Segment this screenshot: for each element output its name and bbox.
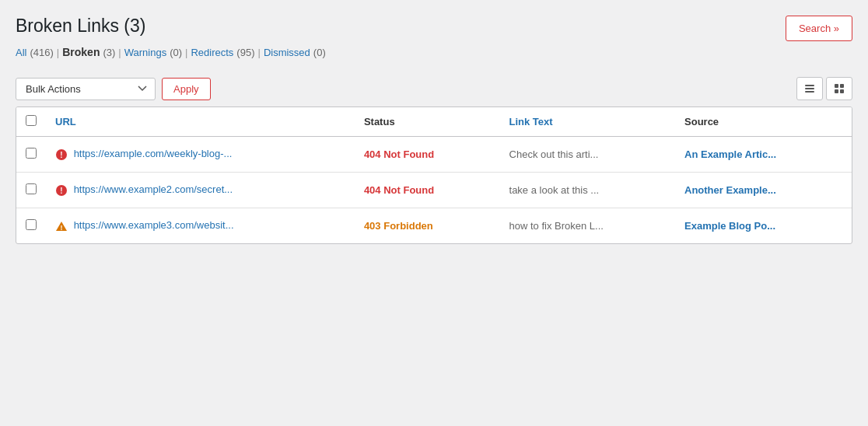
svg-rect-2 [805,91,814,93]
row-status: 403 Forbidden [364,220,433,232]
col-url-header: URL [46,107,355,137]
links-table-wrap: URL Status Link Text Source ! https://ex… [16,106,852,244]
filter-broken-count: (3) [103,47,115,58]
list-view-icon [803,82,816,95]
apply-button[interactable]: Apply [162,78,211,100]
svg-rect-0 [805,85,814,86]
page-container: Broken Links (3) All (416) | Broken (3) … [16,16,852,244]
row-url-link[interactable]: https://www.example3.com/websit... [74,219,234,231]
svg-text:!: ! [61,224,63,232]
error-icon: ! [55,184,68,197]
svg-text:!: ! [60,151,62,159]
row-source-cell: An Example Artic... [675,137,852,173]
header-row: Broken Links (3) All (416) | Broken (3) … [16,16,852,69]
row-checkbox-cell [16,173,46,208]
row-source-cell: Example Blog Po... [675,208,852,244]
links-table: URL Status Link Text Source ! https://ex… [16,107,852,243]
filter-dismissed-count: (0) [313,47,326,58]
row-url-cell: ! https://example.com/weekly-blog-... [46,137,355,173]
filter-dismissed[interactable]: Dismissed [264,47,310,58]
row-source-link[interactable]: Another Example... [684,184,776,196]
col-check-header [16,107,46,137]
table-row: ! https://www.example3.com/websit... 403… [16,208,852,244]
svg-text:!: ! [60,187,62,195]
row-checkbox-cell [16,137,46,173]
row-source-link[interactable]: Example Blog Po... [684,220,775,232]
row-status: 404 Not Found [364,148,434,160]
filter-warnings-count: (0) [170,47,182,58]
row-linktext-cell: take a look at this ... [500,173,675,208]
filter-bar: All (416) | Broken (3) | Warnings (0) | … [16,46,326,58]
filter-broken-active: Broken [62,46,100,58]
search-button[interactable]: Search » [786,16,852,41]
error-icon: ! [55,148,68,161]
col-linktext-header: Link Text [500,107,675,137]
page-title: Broken Links (3) [16,16,326,37]
row-url-link[interactable]: https://example.com/weekly-blog-... [74,148,233,159]
warning-icon: ! [55,220,68,232]
svg-rect-3 [835,84,838,88]
page-title-wrap: Broken Links (3) All (416) | Broken (3) … [16,16,326,69]
row-url-cell: ! https://www.example2.com/secret... [46,173,355,208]
row-checkbox-1[interactable] [26,183,37,194]
filter-redirects[interactable]: Redirects [191,47,233,58]
table-header-row: URL Status Link Text Source [16,107,852,137]
view-icons [796,77,852,100]
col-status-header: Status [355,107,500,137]
table-row: ! https://www.example2.com/secret... 404… [16,173,852,208]
col-source-header: Source [675,107,852,137]
filter-all[interactable]: All [16,47,26,58]
row-source-link[interactable]: An Example Artic... [684,148,776,160]
filter-all-count: (416) [30,47,53,58]
select-all-checkbox[interactable] [26,115,37,126]
svg-rect-4 [840,84,844,88]
row-checkbox-cell [16,208,46,244]
row-url-link[interactable]: https://www.example2.com/secret... [74,183,233,195]
svg-rect-6 [840,89,844,93]
row-source-cell: Another Example... [675,173,852,208]
filter-redirects-count: (95) [236,47,254,58]
row-linktext-cell: how to fix Broken L... [500,208,675,244]
grid-view-button[interactable] [826,77,852,100]
table-body: ! https://example.com/weekly-blog-... 40… [16,137,852,244]
row-status-cell: 404 Not Found [355,137,500,173]
table-row: ! https://example.com/weekly-blog-... 40… [16,137,852,173]
row-url-cell: ! https://www.example3.com/websit... [46,208,355,244]
row-linktext-cell: Check out this arti... [500,137,675,173]
row-status-cell: 403 Forbidden [355,208,500,244]
svg-rect-1 [805,88,814,89]
row-status: 404 Not Found [364,184,434,196]
row-checkbox-2[interactable] [26,219,37,230]
toolbar: Bulk Actions Apply [16,77,852,100]
toolbar-left: Bulk Actions Apply [16,78,211,100]
filter-warnings[interactable]: Warnings [124,47,166,58]
grid-view-icon [833,82,845,95]
row-checkbox-0[interactable] [26,148,37,159]
row-status-cell: 404 Not Found [355,173,500,208]
list-view-button[interactable] [796,77,823,100]
svg-rect-5 [835,89,838,93]
bulk-actions-select[interactable]: Bulk Actions [16,78,156,100]
